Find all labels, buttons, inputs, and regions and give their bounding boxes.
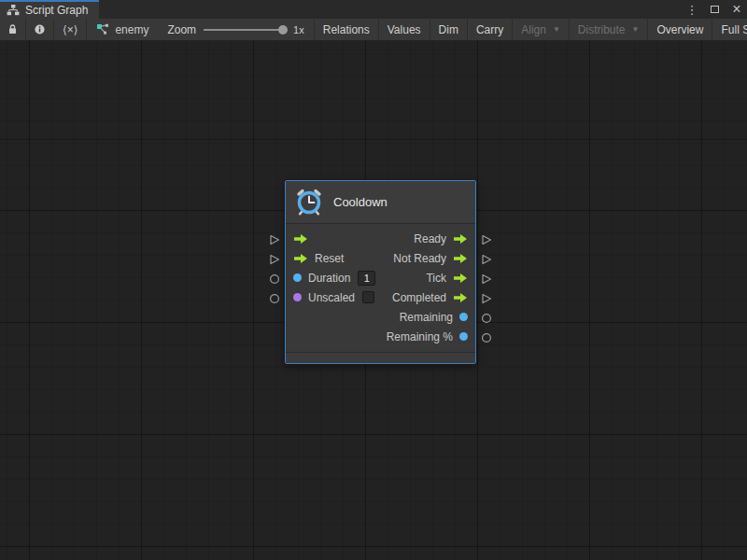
input-port[interactable] (293, 233, 308, 245)
flow-arrow-icon[interactable] (453, 253, 468, 264)
port-row: UnscaledCompleted (286, 287, 475, 307)
toolbar-button-distribute[interactable]: Distribute▼ (570, 19, 649, 40)
toolbar-button-label: Dim (439, 23, 458, 36)
toolbar-button-relations[interactable]: Relations (315, 19, 379, 40)
cooldown-node[interactable]: Cooldown ReadyResetNot ReadyDuration1Tic… (285, 180, 476, 364)
output-pin-flow[interactable] (481, 234, 492, 245)
input-port[interactable]: Duration1 (293, 271, 375, 286)
toolbar-button-label: Values (388, 23, 421, 36)
node-title: Cooldown (333, 195, 388, 209)
script-graph-window: Script Graph ⋮ × ⟨×⟩ (0, 0, 747, 560)
zoom-slider[interactable] (204, 29, 286, 31)
value-dot-icon[interactable] (293, 293, 302, 301)
lock-icon (8, 23, 17, 35)
toolbar-button-full-screen[interactable]: Full Screen (712, 19, 747, 40)
node-ports: ReadyResetNot ReadyDuration1TickUnscaled… (286, 224, 475, 352)
toolbar-button-align[interactable]: Align▼ (513, 19, 570, 40)
output-pin-flow[interactable] (481, 254, 492, 265)
window-controls: ⋮ × (685, 0, 743, 19)
port-label: Duration (308, 272, 350, 285)
tab-title: Script Graph (25, 4, 88, 17)
output-port[interactable]: Remaining % (387, 330, 468, 343)
toolbar-button-label: Distribute (578, 23, 626, 36)
port-label: Not Ready (393, 252, 446, 265)
graph-canvas[interactable]: Cooldown ReadyResetNot ReadyDuration1Tic… (0, 41, 747, 560)
graph-hierarchy-icon (7, 5, 20, 16)
toolbar-button-label: Carry (476, 23, 503, 36)
zoom-slider-handle[interactable] (278, 25, 288, 35)
port-row: Remaining (286, 307, 475, 327)
port-label: Reset (315, 252, 344, 265)
input-port[interactable]: Unscaled (293, 291, 374, 304)
toolbar-buttons: RelationsValuesDimCarryAlign▼Distribute▼… (315, 19, 747, 40)
info-button[interactable] (26, 19, 54, 40)
toolbar-button-label: Full Screen (721, 23, 747, 36)
toolbar-button-overview[interactable]: Overview (648, 19, 712, 40)
node-footer (286, 352, 475, 363)
toolbar-button-values[interactable]: Values (379, 19, 430, 40)
inspect-expression-button[interactable]: ⟨×⟩ (54, 19, 87, 40)
port-label: Unscaled (308, 291, 355, 304)
toolbar-button-label: Overview (656, 23, 703, 36)
node-header[interactable]: Cooldown (286, 181, 475, 224)
output-port[interactable]: Not Ready (393, 252, 468, 265)
toolbar-button-carry[interactable]: Carry (468, 19, 513, 40)
input-port[interactable]: Reset (293, 252, 344, 265)
value-dot-icon[interactable] (459, 332, 468, 341)
breadcrumb-label: enemy (115, 23, 148, 36)
alarm-clock-icon (295, 189, 323, 217)
port-row: Duration1Tick (286, 268, 475, 287)
output-pin-value[interactable] (481, 332, 492, 343)
close-icon[interactable]: × (730, 2, 743, 17)
window-menu-icon[interactable]: ⋮ (685, 2, 698, 17)
toolbar-button-dim[interactable]: Dim (430, 19, 468, 40)
zoom-label: Zoom (167, 23, 196, 36)
dropdown-arrow-icon: ▼ (553, 25, 560, 34)
output-port[interactable]: Tick (426, 272, 468, 285)
output-pin-flow[interactable] (481, 273, 492, 285)
flow-arrow-icon[interactable] (453, 233, 468, 245)
toolbar-button-label: Relations (323, 23, 370, 36)
unscaled-checkbox[interactable] (362, 291, 374, 303)
input-pin-value[interactable] (269, 273, 280, 285)
lock-button[interactable] (0, 19, 26, 40)
input-pin-flow[interactable] (269, 254, 280, 265)
value-dot-icon[interactable] (459, 313, 468, 321)
port-label: Completed (392, 291, 446, 304)
tab-bar: Script Graph ⋮ × (0, 0, 747, 19)
port-label: Ready (414, 232, 446, 245)
zoom-control: Zoom 1x (158, 19, 313, 40)
flow-arrow-icon[interactable] (453, 292, 468, 303)
port-row: Remaining % (286, 327, 475, 346)
flow-arrow-icon[interactable] (293, 233, 308, 245)
info-icon (35, 23, 45, 35)
flow-arrow-icon[interactable] (293, 253, 308, 264)
output-port[interactable]: Ready (414, 232, 468, 245)
dropdown-arrow-icon: ▼ (632, 25, 640, 34)
output-port[interactable]: Remaining (400, 311, 468, 324)
code-icon: ⟨×⟩ (63, 23, 78, 36)
port-label: Remaining (400, 311, 453, 324)
output-port[interactable]: Completed (392, 291, 468, 304)
maximize-icon[interactable] (708, 2, 721, 17)
toolbar-button-label: Align (521, 23, 546, 36)
output-pin-value[interactable] (481, 313, 492, 324)
port-label: Tick (426, 272, 446, 285)
input-pin-value[interactable] (269, 293, 280, 304)
value-dot-icon[interactable] (293, 273, 302, 282)
port-row: ResetNot Ready (286, 248, 475, 268)
zoom-value: 1x (293, 24, 304, 35)
breadcrumb[interactable]: enemy (87, 19, 158, 40)
graph-node-icon (96, 23, 109, 35)
port-label: Remaining % (387, 330, 453, 343)
tab-script-graph[interactable]: Script Graph (0, 0, 99, 19)
graph-toolbar: ⟨×⟩ enemy Zoom 1x RelationsValuesDimCarr… (0, 19, 747, 41)
duration-value-field[interactable]: 1 (358, 271, 375, 286)
flow-arrow-icon[interactable] (453, 273, 468, 284)
port-row: Ready (286, 229, 475, 248)
output-pin-flow[interactable] (481, 293, 492, 304)
input-pin-flow[interactable] (269, 234, 280, 245)
